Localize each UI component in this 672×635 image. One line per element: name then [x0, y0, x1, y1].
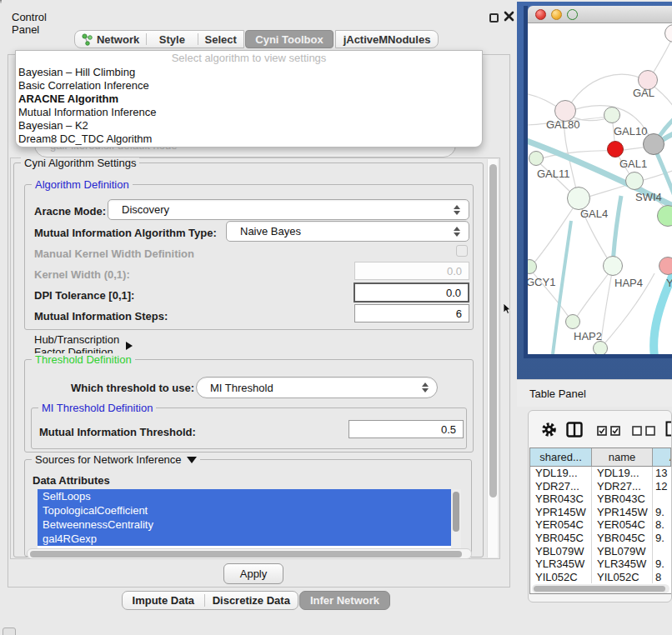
table-row[interactable]: YBR043CYBR043C — [530, 492, 671, 506]
list-item[interactable]: TopologicalCoefficient — [38, 503, 451, 518]
settings-vertical-scrollbar[interactable] — [487, 159, 498, 558]
list-item[interactable]: gal4RGexp — [38, 532, 451, 546]
tab-select[interactable]: Select — [198, 31, 243, 48]
dropdown-item[interactable]: Basic Correlation Inference — [16, 79, 482, 92]
algorithm-definition-title: Algorithm Definition — [35, 178, 129, 191]
gear-icon[interactable] — [541, 422, 557, 438]
column-header-clipped[interactable]: A — [653, 448, 671, 466]
node-label-gal80: GAL80 — [546, 118, 579, 131]
network-node-gal4[interactable] — [567, 187, 590, 210]
network-window-titlebar[interactable] — [528, 6, 672, 23]
cyni-settings-title: Cyni Algorithm Settings — [24, 157, 136, 169]
network-node-gal11[interactable] — [529, 151, 544, 166]
mi-threshold-label: Mutual Information Threshold: — [39, 426, 196, 438]
control-panel-window: Control Panel Network Style Select Cyni … — [0, 0, 2, 3]
checked-checkbox-icon[interactable] — [597, 426, 607, 436]
aracne-mode-combo[interactable]: Discovery — [108, 199, 469, 220]
kernel-width-label: Kernel Width (0,1): — [34, 268, 130, 281]
table-row[interactable]: YDR27...YDR27...12 — [530, 480, 671, 493]
threshold-definition-title: Threshold Definition — [35, 353, 132, 366]
node-label-gal-clipped: GAL — [633, 87, 654, 99]
mi-steps-label: Mutual Information Steps: — [34, 310, 168, 322]
list-scrollbar[interactable] — [451, 489, 461, 548]
tab-discretize-data[interactable]: Discretize Data — [205, 592, 298, 609]
dropdown-item[interactable]: Bayesian – K2 — [16, 119, 482, 132]
column-header-shared[interactable]: shared... — [530, 448, 592, 466]
close-traffic-light[interactable] — [535, 9, 546, 20]
which-threshold-combo[interactable]: MI Threshold — [196, 377, 438, 398]
tab-cyni-toolbox-label: Cyni Toolbox — [255, 33, 323, 46]
network-node-hap4[interactable] — [603, 256, 623, 276]
dpi-tolerance-label: DPI Tolerance [0,1]: — [34, 289, 134, 302]
tab-impute-data[interactable]: Impute Data — [123, 592, 204, 609]
corner-widget[interactable] — [3, 628, 16, 635]
table-horizontal-scrollbar[interactable] — [532, 584, 669, 593]
data-attributes-list: SelfLoops TopologicalCoefficient Between… — [38, 489, 461, 548]
checked-checkbox-icon[interactable] — [610, 426, 620, 436]
tab-strip-left: Network Style Select — [74, 30, 244, 48]
which-threshold-label: Which threshold to use: — [71, 382, 194, 394]
table-header-row: shared... name A — [530, 448, 671, 467]
mi-threshold-value: 0.5 — [441, 423, 456, 436]
settings-horizontal-scrollbar[interactable] — [27, 548, 472, 559]
tab-style[interactable]: Style — [147, 31, 197, 48]
dpi-tolerance-field[interactable]: 0.0 — [354, 282, 469, 302]
apply-button[interactable]: Apply — [223, 563, 283, 584]
minimize-traffic-light[interactable] — [551, 9, 562, 20]
expander-down-icon — [187, 457, 197, 463]
which-threshold-value: MI Threshold — [197, 382, 418, 394]
table-row[interactable]: YIL052CYIL052C8 — [530, 571, 671, 584]
network-node-gal1[interactable] — [625, 172, 644, 190]
mi-steps-field[interactable]: 6 — [354, 304, 469, 322]
columns-icon[interactable] — [566, 422, 583, 438]
network-node-y[interactable] — [659, 257, 672, 275]
manual-kernel-label: Manual Kernel Width Definition — [34, 248, 194, 260]
tab-network[interactable]: Network — [75, 31, 146, 48]
network-node-hap2[interactable] — [565, 314, 580, 329]
list-item[interactable]: SelfLoops — [38, 489, 451, 503]
kernel-width-field[interactable]: 0.0 — [354, 262, 469, 280]
table-row[interactable]: YBR045CYBR045C9. — [530, 532, 671, 545]
unchecked-checkbox-icon[interactable] — [645, 426, 655, 436]
table-row[interactable]: YER054CYER054C8. — [530, 518, 671, 532]
kernel-width-value: 0.0 — [447, 265, 462, 278]
mi-threshold-field[interactable]: 0.5 — [349, 420, 464, 438]
dropdown-item[interactable]: Bayesian – Hill Climbing — [16, 66, 482, 79]
tab-jactivemnodules[interactable]: jActiveMNodules — [336, 31, 438, 48]
node-label-gal4: GAL4 — [580, 208, 608, 220]
network-node[interactable] — [593, 341, 608, 354]
tab-infer-network[interactable]: Infer Network — [299, 591, 390, 610]
sources-expander[interactable]: Sources for Network Inference — [32, 453, 200, 466]
table-rows: YDL19...YDL19...13 YDR27...YDR27...12 YB… — [530, 467, 671, 583]
sources-title: Sources for Network Inference — [35, 453, 182, 466]
column-header-name[interactable]: name — [592, 448, 653, 466]
tab-cyni-toolbox[interactable]: Cyni Toolbox — [245, 30, 333, 48]
table-row[interactable]: YPR145WYPR145W9. — [530, 506, 671, 519]
list-item[interactable]: BetweennessCentrality — [38, 518, 451, 532]
dropdown-item[interactable]: Mutual Information Inference — [16, 106, 482, 119]
mi-type-combo[interactable]: Naive Bayes — [226, 221, 469, 242]
table-panel-title: Table Panel — [529, 388, 586, 400]
tab-strip-right: jActiveMNodules — [335, 30, 439, 48]
dropdown-item-selected[interactable]: ARACNE Algorithm — [16, 92, 482, 106]
unchecked-checkbox-icon[interactable] — [632, 426, 642, 436]
tab-network-label: Network — [97, 33, 139, 46]
zoom-traffic-light[interactable] — [567, 9, 578, 20]
close-icon[interactable] — [504, 11, 514, 22]
float-window-icon[interactable] — [489, 13, 499, 22]
tab-discretize-data-label: Discretize Data — [213, 594, 290, 607]
network-node-gal10[interactable] — [604, 107, 620, 123]
table-row[interactable]: YBL079WYBL079W — [530, 545, 671, 558]
network-node-red-highlight[interactable] — [607, 141, 624, 158]
table-row[interactable]: YLR345WYLR345W9. — [530, 558, 671, 571]
manual-kernel-checkbox[interactable] — [456, 245, 468, 257]
apply-button-label: Apply — [240, 568, 268, 580]
network-canvas[interactable]: GAL80 GAL10 GAL1 GAL11 GAL4 SWI4 GCY1 HA… — [528, 23, 672, 354]
tab-impute-data-label: Impute Data — [133, 594, 194, 607]
tab-select-label: Select — [205, 33, 237, 46]
table-row[interactable]: YDL19...YDL19...13 — [530, 467, 671, 480]
panel-title: Control Panel — [12, 11, 47, 36]
node-label-y-clipped: Y — [666, 277, 672, 289]
dropdown-item[interactable]: Dream8 DC_TDC Algorithm — [16, 132, 482, 146]
document-icon[interactable] — [665, 421, 672, 437]
